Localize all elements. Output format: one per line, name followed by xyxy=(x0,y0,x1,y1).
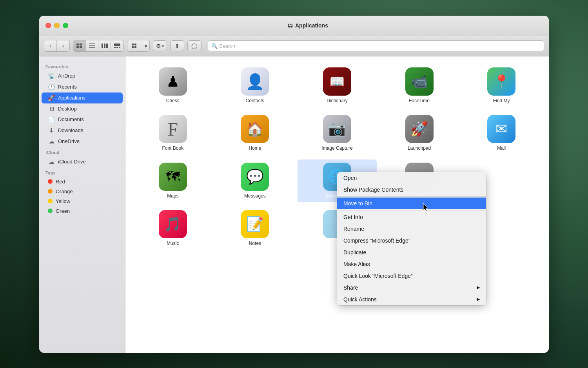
file-item-findmy[interactable]: 📍 Find My xyxy=(462,64,541,107)
contacts-icon: 👤 xyxy=(241,67,269,96)
contacts-label: Contacts xyxy=(246,98,264,104)
svg-rect-1 xyxy=(80,44,82,45)
back-button[interactable]: ‹ xyxy=(44,40,57,51)
file-item-messages[interactable]: 💬 Messages xyxy=(216,160,295,203)
sidebar-item-recents-label: Recents xyxy=(58,84,77,90)
fontbook-label: Font Book xyxy=(162,145,183,152)
sidebar-favourites-title: Favourites xyxy=(39,61,125,71)
home-label: Home xyxy=(249,145,261,152)
context-menu-rename[interactable]: Rename xyxy=(337,223,486,235)
minimize-button[interactable] xyxy=(54,23,60,28)
context-menu-open[interactable]: Open xyxy=(337,172,486,184)
sidebar-item-icloud[interactable]: ☁ iCloud Drive xyxy=(42,156,123,167)
action-gear-btn[interactable]: ⚙ ▾ xyxy=(153,40,167,51)
share-btn[interactable]: ⬆ xyxy=(170,40,184,51)
sidebar: Favourites 📡 AirDrop 🕐 Recents 🚀 Applica… xyxy=(39,56,125,353)
sidebar-item-applications[interactable]: 🚀 Applications xyxy=(42,92,123,103)
orange-tag-dot xyxy=(48,189,53,194)
svg-rect-2 xyxy=(76,46,79,48)
svg-rect-3 xyxy=(80,46,82,48)
file-item-notes[interactable]: 📝 Notes xyxy=(216,207,295,250)
sidebar-item-documents[interactable]: 📄 Documents xyxy=(42,114,123,125)
mail-label: Mail xyxy=(497,145,506,152)
context-menu: Open Show Package Contents Move to Bin G… xyxy=(337,172,486,305)
sidebar-item-recents[interactable]: 🕐 Recents xyxy=(42,82,123,92)
sidebar-item-documents-label: Documents xyxy=(58,116,84,122)
svg-rect-15 xyxy=(134,44,136,45)
facetime-label: FaceTime xyxy=(409,98,430,104)
context-menu-make-alias[interactable]: Make Alias xyxy=(337,258,486,270)
applications-icon: 🚀 xyxy=(48,94,55,102)
sidebar-tag-red[interactable]: Red xyxy=(42,177,123,187)
file-item-music[interactable]: 🎵 Music xyxy=(133,207,212,250)
sidebar-item-downloads[interactable]: ⬇ Downloads xyxy=(42,125,123,136)
chess-label: Chess xyxy=(166,98,180,104)
svg-rect-4 xyxy=(89,44,95,44)
recents-icon: 🕐 xyxy=(48,83,55,91)
title-bar: 🗂 Applications xyxy=(39,16,549,36)
sidebar-item-airdrop[interactable]: 📡 AirDrop xyxy=(42,71,123,82)
file-item-imagecapture[interactable]: 📷 Image Capture xyxy=(298,112,377,155)
launchpad-icon: 🚀 xyxy=(405,115,434,143)
maximize-button[interactable] xyxy=(63,23,68,28)
context-menu-get-info[interactable]: Get Info xyxy=(337,211,486,223)
file-item-dictionary[interactable]: 📖 Dictionary xyxy=(298,64,377,107)
main-area: Favourites 📡 AirDrop 🕐 Recents 🚀 Applica… xyxy=(39,56,549,353)
file-item-fontbook[interactable]: F Font Book xyxy=(133,112,212,155)
sort-buttons: ▾ xyxy=(127,40,150,52)
view-column-btn[interactable] xyxy=(98,40,111,51)
context-menu-quick-look[interactable]: Quick Look “Microsoft Edge” xyxy=(337,270,486,282)
context-menu-quick-actions[interactable]: Quick Actions ▶ xyxy=(337,294,486,305)
svg-rect-0 xyxy=(76,44,79,45)
file-item-contacts[interactable]: 👤 Contacts xyxy=(216,64,295,107)
sidebar-item-downloads-label: Downloads xyxy=(58,127,83,133)
window-title-icon: 🗂 xyxy=(287,22,293,29)
forward-button[interactable]: › xyxy=(57,40,69,51)
sidebar-tag-green-label: Green xyxy=(56,208,70,214)
mail-icon: ✉ xyxy=(487,115,515,143)
search-icon: 🔍 xyxy=(211,43,218,49)
sidebar-item-applications-label: Applications xyxy=(58,95,85,101)
sidebar-item-onedrive-label: OneDrive xyxy=(58,138,80,144)
file-item-launchpad[interactable]: 🚀 Launchpad xyxy=(380,112,459,155)
context-menu-share[interactable]: Share ▶ xyxy=(337,282,486,294)
search-bar[interactable]: 🔍 Search xyxy=(208,40,544,51)
sidebar-tag-orange[interactable]: Orange xyxy=(42,187,123,196)
context-menu-show-package[interactable]: Show Package Contents xyxy=(337,184,486,196)
sidebar-item-desktop-label: Desktop xyxy=(58,106,77,112)
svg-rect-6 xyxy=(89,47,95,48)
svg-rect-9 xyxy=(106,44,108,48)
onedrive-icon: ☁ xyxy=(48,138,55,145)
sidebar-item-desktop[interactable]: 🖥 Desktop xyxy=(42,103,123,114)
sidebar-item-onedrive[interactable]: ☁ OneDrive xyxy=(42,136,123,147)
toolbar: ‹ › xyxy=(39,36,549,56)
fontbook-icon: F xyxy=(159,115,187,143)
file-item-facetime[interactable]: 📹 FaceTime xyxy=(380,64,459,107)
file-item-home[interactable]: 🏠 Home xyxy=(216,112,295,155)
view-icon-btn[interactable] xyxy=(73,40,86,51)
file-item-chess[interactable]: ♟ Chess xyxy=(133,64,212,107)
yellow-tag-dot xyxy=(48,199,53,203)
svg-rect-14 xyxy=(132,44,134,45)
downloads-icon: ⬇ xyxy=(48,127,55,134)
launchpad-label: Launchpad xyxy=(408,145,431,152)
facetime-icon: 📹 xyxy=(405,67,434,96)
svg-rect-11 xyxy=(114,47,116,48)
sidebar-tag-green[interactable]: Green xyxy=(42,206,123,216)
sidebar-tag-yellow[interactable]: Yellow xyxy=(42,196,123,206)
context-menu-compress[interactable]: Compress “Microsoft Edge” xyxy=(337,235,486,247)
imagecapture-label: Image Capture xyxy=(321,145,352,152)
svg-rect-12 xyxy=(116,47,118,48)
tag-btn[interactable]: ◯ xyxy=(187,40,201,51)
sort-dropdown-btn[interactable]: ▾ xyxy=(142,40,149,51)
view-gallery-btn[interactable] xyxy=(111,40,123,51)
file-item-maps[interactable]: 🗺 Maps xyxy=(133,160,212,203)
sort-grid-btn[interactable] xyxy=(127,40,142,51)
file-area: ♟ Chess 👤 Contacts 📖 Dictionary xyxy=(125,56,549,353)
view-list-btn[interactable] xyxy=(86,40,98,51)
context-menu-duplicate[interactable]: Duplicate xyxy=(337,247,486,258)
file-item-mail[interactable]: ✉ Mail xyxy=(462,112,541,155)
context-menu-move-to-bin[interactable]: Move to Bin xyxy=(337,198,486,209)
window-title: Applications xyxy=(295,22,328,29)
close-button[interactable] xyxy=(45,23,51,28)
